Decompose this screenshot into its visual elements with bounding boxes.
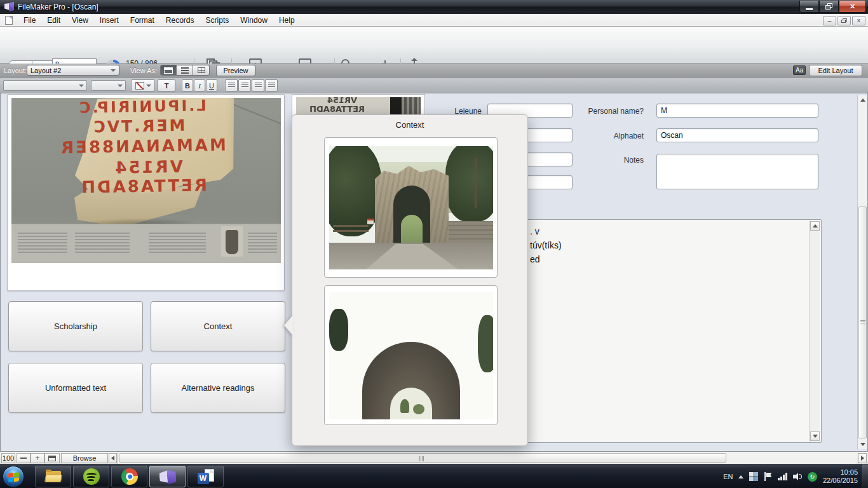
zoom-in-button[interactable]: + (31, 453, 44, 463)
inscription-line: MAMANAN88ER (50, 135, 234, 157)
notes-label: Notes (560, 156, 644, 165)
underline-button[interactable]: U (206, 79, 217, 92)
transcription-line: . v (530, 226, 539, 236)
show-desktop-button[interactable] (861, 464, 868, 488)
align-justify-button[interactable] (265, 79, 278, 92)
preview-button[interactable]: Preview (216, 65, 255, 76)
menu-format[interactable]: Format (125, 15, 160, 26)
mdi-restore-icon (841, 18, 847, 24)
inscription-image-container[interactable]: L.IPUNIRIP.C MER.TVC MAMANAN88ER VR154 R… (7, 94, 285, 291)
bold-button[interactable]: B (182, 79, 193, 92)
scroll-right-button[interactable] (858, 453, 867, 463)
minimize-button[interactable] (799, 1, 819, 13)
filemaker-app-icon (4, 2, 14, 11)
form-view-button[interactable] (160, 65, 177, 76)
taskbar: W EN ↻ 10:05 22/06/2015 (0, 464, 868, 488)
context-photo-1 (329, 146, 493, 269)
scroll-up-button[interactable] (810, 221, 820, 231)
align-center-button[interactable] (238, 79, 251, 92)
alternative-readings-button[interactable]: Alternative readings (151, 363, 285, 413)
close-button[interactable]: × (839, 1, 866, 13)
menu-help[interactable]: Help (273, 15, 301, 26)
font-size-dropdown[interactable] (91, 80, 126, 91)
align-right-button[interactable] (252, 79, 264, 92)
menu-window[interactable]: Window (234, 15, 273, 26)
layout-selector[interactable]: Layout #2 (27, 65, 119, 76)
filemaker-icon (159, 468, 176, 484)
fill-color-button[interactable] (131, 79, 155, 92)
formatting-bar: T B I U (0, 78, 868, 93)
scholarship-button[interactable]: Scholarship (8, 301, 143, 351)
tray-date: 22/06/2015 (823, 477, 858, 485)
status-toolbar: Records 150 / 896 Found (Unsorted) Show … (0, 27, 868, 64)
align-left-button[interactable] (225, 79, 238, 92)
unformatted-text-button[interactable]: Unformatted text (8, 363, 143, 413)
mdi-close-button[interactable]: × (852, 16, 865, 25)
menu-scripts[interactable]: Scripts (200, 15, 235, 26)
transcription-line: túv(tíks) (530, 240, 562, 250)
sync-tray-icon[interactable]: ↻ (808, 472, 817, 482)
taskbar-chrome-button[interactable] (111, 466, 147, 487)
text-color-button[interactable]: T (158, 79, 175, 92)
list-view-button[interactable] (177, 65, 193, 76)
status-bar: 100 + Browse (0, 451, 868, 464)
horizontal-scrollbar[interactable] (117, 452, 857, 464)
italic-button[interactable]: I (194, 79, 205, 92)
taskbar-explorer-button[interactable] (35, 466, 71, 487)
volume-icon[interactable] (793, 473, 802, 480)
menu-file[interactable]: File (18, 15, 41, 26)
mdi-restore-button[interactable] (837, 16, 851, 25)
taskbar-word-button[interactable]: W (187, 466, 224, 487)
edit-layout-button[interactable]: Edit Layout (809, 65, 862, 76)
action-center-icon[interactable] (764, 472, 772, 481)
show-hidden-icons-button[interactable] (738, 475, 743, 478)
menu-bar: File Edit View Insert Format Records Scr… (0, 14, 868, 27)
scrollbar-thumb[interactable] (858, 207, 867, 438)
window-vertical-scrollbar[interactable] (857, 95, 867, 449)
layout-selector-value: Layout #2 (31, 67, 111, 74)
context-photo-1-frame[interactable] (324, 137, 498, 278)
transcription-scrollbar[interactable] (809, 220, 820, 442)
network-icon[interactable] (778, 473, 787, 480)
context-photo-2-frame[interactable] (324, 285, 498, 425)
context-button[interactable]: Context (151, 301, 285, 351)
scroll-down-button[interactable] (810, 431, 820, 441)
mdi-minimize-button[interactable]: – (823, 16, 836, 25)
alphabet-label: Alphabet (560, 132, 644, 140)
minimize-icon (806, 8, 813, 10)
start-button[interactable] (3, 466, 24, 487)
restore-icon (825, 3, 832, 10)
restore-button[interactable] (819, 1, 839, 13)
menu-edit[interactable]: Edit (41, 15, 66, 26)
scroll-down-button[interactable] (858, 440, 867, 449)
menu-insert[interactable]: Insert (94, 15, 125, 26)
chrome-icon (118, 465, 140, 488)
formatting-bar-toggle[interactable]: Aa (793, 65, 806, 75)
menu-records[interactable]: Records (160, 15, 200, 26)
zoom-out-button[interactable] (17, 453, 31, 463)
align-left-icon (228, 83, 235, 88)
inscription-line: MER.TVC (46, 116, 231, 137)
context-popup: Context (292, 114, 528, 446)
menu-view[interactable]: View (66, 15, 94, 26)
table-view-button[interactable] (193, 65, 210, 76)
clock[interactable]: 10:05 22/06/2015 (823, 468, 858, 485)
tray-app-icon[interactable] (749, 472, 758, 481)
mode-popup-button[interactable]: Browse (61, 453, 108, 463)
popup-title: Context (292, 120, 527, 130)
layout-label: Layout: (4, 67, 27, 74)
taskbar-spotify-button[interactable] (73, 466, 109, 487)
font-family-dropdown[interactable] (3, 80, 87, 91)
align-center-icon (241, 83, 248, 88)
notes-textarea[interactable] (656, 154, 818, 189)
scrollbar-thumb[interactable] (119, 453, 726, 463)
personal-name-input[interactable] (656, 104, 818, 118)
title-bar: FileMaker Pro - [Oscan] × (0, 0, 868, 14)
scroll-up-button[interactable] (858, 95, 867, 105)
scroll-left-button[interactable] (109, 453, 117, 463)
taskbar-filemaker-button[interactable] (149, 466, 186, 487)
layout-mode-button[interactable] (44, 453, 60, 463)
language-indicator[interactable]: EN (723, 473, 733, 480)
alphabet-input[interactable] (656, 128, 818, 142)
document-icon (5, 16, 13, 25)
